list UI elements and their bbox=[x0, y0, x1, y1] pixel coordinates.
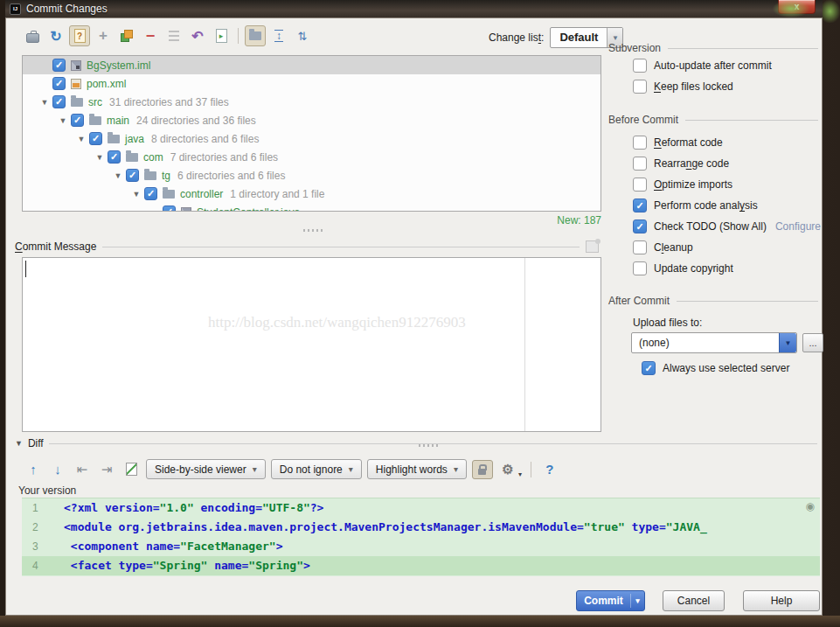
viewer-mode-dropdown[interactable]: Side-by-side viewer bbox=[146, 459, 266, 479]
whitespace-dropdown[interactable]: Do not ignore bbox=[271, 459, 362, 479]
tree-row[interactable]: tg 6 directories and 6 files bbox=[23, 166, 600, 185]
cancel-button[interactable]: Cancel bbox=[663, 590, 725, 611]
dialog-content: ↻ ? + − ↶ ▸ ↕ ⇅ Change list: Default bbox=[5, 17, 823, 616]
refresh-icon[interactable]: ↻ bbox=[45, 25, 66, 46]
checkbox[interactable] bbox=[633, 157, 647, 171]
row-checkbox[interactable] bbox=[126, 169, 139, 182]
option-cleanup[interactable]: Cleanup bbox=[633, 240, 693, 254]
settings-gear-button[interactable]: ⚙ ▾ bbox=[498, 460, 522, 479]
rollback-icon[interactable]: ↶ bbox=[187, 25, 208, 46]
expand-arrow-icon[interactable] bbox=[73, 135, 89, 143]
tree-row[interactable]: pom.xml bbox=[23, 74, 600, 93]
option-optimize-imports[interactable]: Optimize imports bbox=[633, 178, 732, 192]
upload-files-label: Upload files to: bbox=[633, 317, 702, 329]
checkbox[interactable] bbox=[633, 80, 647, 94]
browse-servers-button[interactable]: ... bbox=[802, 333, 823, 352]
whitespace-value: Do not ignore bbox=[280, 463, 343, 476]
edit-source-icon[interactable] bbox=[121, 460, 141, 479]
chevron-down-icon[interactable]: ▾ bbox=[631, 596, 644, 605]
file-name: StudentController.java bbox=[197, 206, 300, 212]
group-by-directory-icon[interactable] bbox=[245, 25, 266, 46]
tree-row[interactable]: com 7 directories and 6 files bbox=[23, 148, 600, 166]
disable-editing-lock-icon[interactable] bbox=[472, 460, 493, 479]
checkbox[interactable] bbox=[633, 219, 647, 233]
jump-back-icon[interactable]: ⇤ bbox=[73, 460, 92, 479]
row-checkbox[interactable] bbox=[163, 206, 176, 212]
previous-difference-icon[interactable]: ↑ bbox=[24, 460, 43, 479]
row-checkbox[interactable] bbox=[89, 132, 102, 145]
group-title: Subversion bbox=[608, 42, 661, 54]
tree-row[interactable]: src 31 directories and 37 files bbox=[23, 93, 600, 111]
splitter-handle[interactable] bbox=[303, 229, 323, 232]
help-icon[interactable]: ? bbox=[540, 460, 559, 479]
commit-message-input[interactable]: http://blog.csdn.net/wangqichen912276903 bbox=[22, 257, 601, 432]
diff-code-preview[interactable]: 1<?xml version="1.0" encoding="UTF-8"?>2… bbox=[22, 498, 820, 576]
option-reformat-code[interactable]: Reformat code bbox=[633, 136, 723, 150]
row-checkbox[interactable] bbox=[52, 59, 66, 72]
configure-link[interactable]: Configure bbox=[775, 220, 821, 233]
checkbox[interactable] bbox=[633, 136, 647, 150]
checkbox[interactable] bbox=[633, 178, 647, 192]
commit-changes-icon[interactable] bbox=[22, 25, 43, 46]
next-difference-icon[interactable]: ↓ bbox=[48, 460, 67, 479]
row-checkbox[interactable] bbox=[52, 77, 66, 90]
row-checkbox[interactable] bbox=[144, 187, 157, 200]
commit-button[interactable]: Commit ▾ bbox=[576, 590, 645, 611]
changelist-details-icon[interactable] bbox=[163, 25, 184, 46]
option-rearrange-code[interactable]: Rearrange code bbox=[633, 157, 729, 171]
tree-row[interactable]: main 24 directories and 36 files bbox=[23, 111, 600, 129]
intellij-logo-icon: IJ bbox=[10, 3, 21, 15]
changed-files-tree[interactable]: BgSystem.iml pom.xml src 31 directories … bbox=[22, 55, 601, 212]
row-checkbox[interactable] bbox=[71, 114, 84, 127]
highlight-mode-dropdown[interactable]: Highlight words bbox=[367, 459, 467, 479]
checkbox[interactable] bbox=[633, 240, 647, 254]
collapse-all-icon[interactable]: ⇅ bbox=[292, 25, 313, 46]
splitter-handle[interactable] bbox=[419, 444, 438, 447]
checkbox[interactable] bbox=[633, 59, 647, 73]
expand-all-icon[interactable]: ↕ bbox=[268, 25, 289, 46]
row-checkbox[interactable] bbox=[108, 150, 121, 164]
expand-arrow-icon[interactable] bbox=[55, 116, 71, 125]
option-perform-code-analysis[interactable]: Perform code analysis bbox=[633, 199, 758, 212]
add-icon[interactable]: + bbox=[93, 25, 114, 46]
option-always-use-server[interactable]: Always use selected server bbox=[642, 361, 789, 375]
preview-diff-icon[interactable]: ▸ bbox=[211, 25, 232, 46]
option-label: Reformat code bbox=[654, 136, 723, 149]
folder-icon bbox=[89, 116, 101, 125]
message-history-icon[interactable] bbox=[586, 240, 599, 253]
chevron-down-icon[interactable] bbox=[779, 333, 796, 352]
diff-settings-icon[interactable]: ◉ bbox=[806, 500, 815, 512]
upload-files-row: (none) ... bbox=[631, 332, 823, 353]
delete-icon[interactable]: − bbox=[140, 25, 161, 46]
group-title: After Commit bbox=[608, 295, 670, 307]
option-update-copyright[interactable]: Update copyright bbox=[633, 261, 733, 275]
diff-section-header[interactable]: ▼ Diff bbox=[15, 437, 817, 449]
checkbox[interactable] bbox=[633, 199, 647, 212]
desktop-artifact bbox=[820, 0, 840, 23]
option-keep-files-locked[interactable]: Keep files locked bbox=[633, 80, 733, 94]
show-unversioned-files-icon[interactable]: ? bbox=[69, 25, 90, 46]
expand-arrow-icon[interactable] bbox=[128, 190, 144, 199]
upload-server-dropdown[interactable]: (none) bbox=[631, 332, 797, 353]
divider bbox=[685, 120, 818, 121]
expand-arrow-icon[interactable] bbox=[37, 98, 52, 107]
title-bar[interactable]: IJ Commit Changes x bbox=[5, 0, 823, 17]
collapse-triangle-icon[interactable]: ▼ bbox=[15, 439, 23, 448]
checkbox[interactable] bbox=[633, 261, 647, 275]
option-check-todo[interactable]: Check TODO (Show All) Configure bbox=[633, 219, 821, 233]
option-label: Always use selected server bbox=[663, 362, 789, 374]
tree-row[interactable]: controller 1 directory and 1 file bbox=[23, 185, 600, 203]
java-file-icon bbox=[181, 207, 191, 212]
row-checkbox[interactable] bbox=[52, 95, 66, 108]
folder-stats: 1 directory and 1 file bbox=[230, 188, 324, 200]
option-auto-update[interactable]: Auto-update after commit bbox=[633, 59, 772, 73]
jump-forward-icon[interactable]: ⇥ bbox=[97, 460, 116, 479]
help-button[interactable]: Help bbox=[743, 590, 820, 611]
tree-row[interactable]: java 8 directories and 6 files bbox=[23, 129, 600, 148]
expand-arrow-icon[interactable] bbox=[110, 171, 126, 180]
move-to-changelist-icon[interactable] bbox=[116, 25, 137, 46]
tree-row[interactable]: StudentController.java bbox=[23, 203, 600, 212]
checkbox[interactable] bbox=[642, 361, 656, 375]
tree-row[interactable]: BgSystem.iml bbox=[23, 56, 600, 74]
expand-arrow-icon[interactable] bbox=[92, 153, 108, 162]
